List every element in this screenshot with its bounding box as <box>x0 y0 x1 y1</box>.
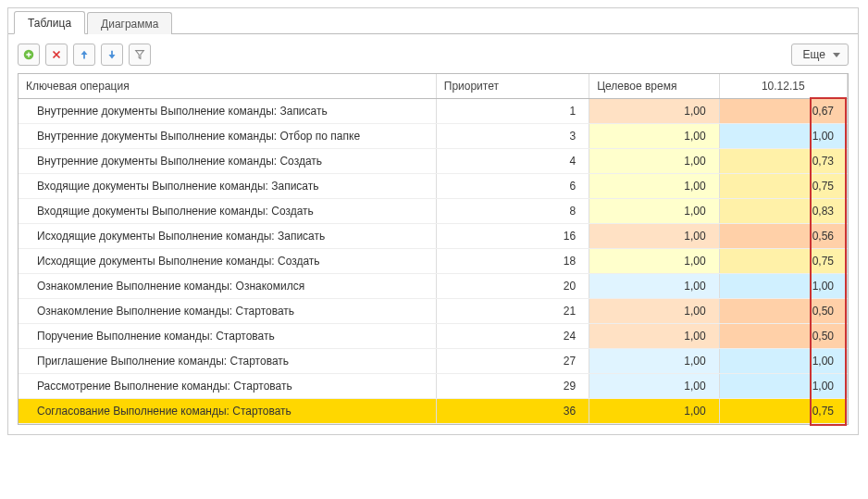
cell-priority: 8 <box>436 199 589 224</box>
cell-operation: Рассмотрение Выполнение команды: Стартов… <box>19 374 436 399</box>
cell-operation: Внутренние документы Выполнение команды:… <box>19 149 436 174</box>
cell-date-value: 0,75 <box>719 249 847 274</box>
table-row[interactable]: Внутренние документы Выполнение команды:… <box>19 149 848 174</box>
more-button-label: Еще <box>803 48 825 61</box>
table-row[interactable]: Внутренние документы Выполнение команды:… <box>19 99 848 124</box>
arrow-down-icon <box>105 48 118 61</box>
col-operation[interactable]: Ключевая операция <box>19 74 436 99</box>
cell-date-value: 0,75 <box>719 399 847 424</box>
cell-priority: 6 <box>436 174 589 199</box>
cell-priority: 24 <box>436 324 589 349</box>
table-row[interactable]: Исходящие документы Выполнение команды: … <box>19 249 848 274</box>
cell-date-value: 0,73 <box>719 149 847 174</box>
table-row[interactable]: Исходящие документы Выполнение команды: … <box>19 224 848 249</box>
data-table: Ключевая операция Приоритет Целевое врем… <box>19 74 848 424</box>
cell-date-value: 0,56 <box>719 224 847 249</box>
cell-operation: Исходящие документы Выполнение команды: … <box>19 249 436 274</box>
cell-operation: Ознакомление Выполнение команды: Стартов… <box>19 299 436 324</box>
col-target[interactable]: Целевое время <box>589 74 719 99</box>
table-header-row: Ключевая операция Приоритет Целевое врем… <box>19 74 848 99</box>
table-row[interactable]: Ознакомление Выполнение команды: Ознаком… <box>19 274 848 299</box>
tab-table[interactable]: Таблица <box>14 11 85 34</box>
cell-date-value: 1,00 <box>719 374 847 399</box>
filter-button[interactable] <box>129 44 151 66</box>
cell-target-time: 1,00 <box>589 124 719 149</box>
tab-chart[interactable]: Диаграмма <box>87 12 172 34</box>
main-panel: Таблица Диаграмма <box>7 7 859 435</box>
table-row[interactable]: Поручение Выполнение команды: Стартовать… <box>19 324 848 349</box>
col-date[interactable]: 10.12.15 <box>719 74 847 99</box>
cell-target-time: 1,00 <box>589 299 719 324</box>
cell-operation: Согласование Выполнение команды: Стартов… <box>19 399 436 424</box>
cell-date-value: 0,50 <box>719 299 847 324</box>
cell-priority: 21 <box>436 299 589 324</box>
table-row[interactable]: Приглашение Выполнение команды: Стартова… <box>19 349 848 374</box>
table-row[interactable]: Согласование Выполнение команды: Стартов… <box>19 399 848 424</box>
cell-target-time: 1,00 <box>589 99 719 124</box>
tab-bar: Таблица Диаграмма <box>8 8 858 34</box>
cell-target-time: 1,00 <box>589 374 719 399</box>
cell-priority: 16 <box>436 224 589 249</box>
cell-priority: 1 <box>436 99 589 124</box>
cell-priority: 36 <box>436 399 589 424</box>
delete-button[interactable] <box>45 44 68 66</box>
cell-target-time: 1,00 <box>589 224 719 249</box>
table-row[interactable]: Ознакомление Выполнение команды: Стартов… <box>19 299 848 324</box>
cell-operation: Ознакомление Выполнение команды: Ознаком… <box>19 274 436 299</box>
cell-target-time: 1,00 <box>589 274 719 299</box>
cell-operation: Входящие документы Выполнение команды: З… <box>19 174 436 199</box>
cell-operation: Исходящие документы Выполнение команды: … <box>19 224 436 249</box>
toolbar: Еще <box>8 34 858 73</box>
x-icon <box>50 48 63 61</box>
add-button[interactable] <box>18 44 40 66</box>
more-button[interactable]: Еще <box>791 44 849 66</box>
cell-operation: Приглашение Выполнение команды: Стартова… <box>19 349 436 374</box>
table-row[interactable]: Входящие документы Выполнение команды: З… <box>19 174 848 199</box>
cell-operation: Внутренние документы Выполнение команды:… <box>19 99 436 124</box>
cell-date-value: 1,00 <box>719 274 847 299</box>
cell-date-value: 1,00 <box>719 124 847 149</box>
cell-priority: 18 <box>436 249 589 274</box>
cell-priority: 29 <box>436 374 589 399</box>
move-down-button[interactable] <box>101 44 123 66</box>
cell-target-time: 1,00 <box>589 399 719 424</box>
cell-priority: 27 <box>436 349 589 374</box>
plus-icon <box>22 48 35 61</box>
cell-date-value: 1,00 <box>719 349 847 374</box>
cell-target-time: 1,00 <box>589 174 719 199</box>
cell-priority: 20 <box>436 274 589 299</box>
table-row[interactable]: Внутренние документы Выполнение команды:… <box>19 124 848 149</box>
table-row[interactable]: Входящие документы Выполнение команды: С… <box>19 199 848 224</box>
funnel-icon <box>133 48 146 61</box>
cell-operation: Внутренние документы Выполнение команды:… <box>19 124 436 149</box>
move-up-button[interactable] <box>73 44 95 66</box>
cell-operation: Поручение Выполнение команды: Стартовать <box>19 324 436 349</box>
cell-priority: 4 <box>436 149 589 174</box>
arrow-up-icon <box>78 48 91 61</box>
table-container: Ключевая операция Приоритет Целевое врем… <box>18 73 849 425</box>
cell-operation: Входящие документы Выполнение команды: С… <box>19 199 436 224</box>
cell-target-time: 1,00 <box>589 199 719 224</box>
table-row[interactable]: Рассмотрение Выполнение команды: Стартов… <box>19 374 848 399</box>
col-priority[interactable]: Приоритет <box>436 74 589 99</box>
chevron-down-icon <box>833 53 840 57</box>
cell-target-time: 1,00 <box>589 149 719 174</box>
cell-date-value: 0,67 <box>719 99 847 124</box>
cell-date-value: 0,50 <box>719 324 847 349</box>
cell-priority: 3 <box>436 124 589 149</box>
cell-target-time: 1,00 <box>589 349 719 374</box>
cell-date-value: 0,75 <box>719 174 847 199</box>
cell-target-time: 1,00 <box>589 324 719 349</box>
cell-target-time: 1,00 <box>589 249 719 274</box>
cell-date-value: 0,83 <box>719 199 847 224</box>
